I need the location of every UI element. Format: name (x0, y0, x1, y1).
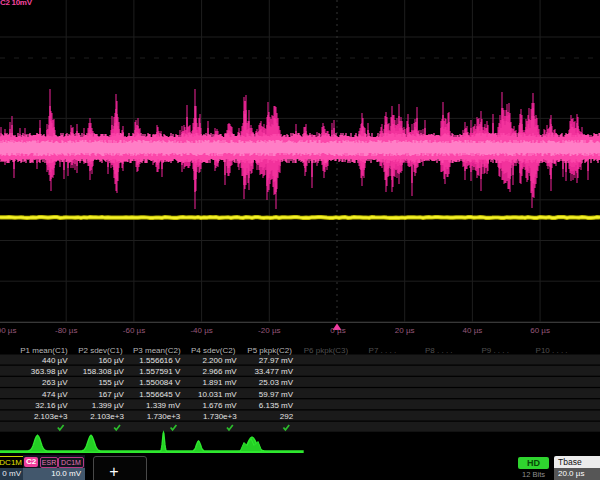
svg-text:160 µV: 160 µV (98, 356, 124, 365)
svg-text:6.135 mV: 6.135 mV (259, 401, 294, 410)
svg-text:158.308 µV: 158.308 µV (83, 367, 125, 376)
svg-text:P10 . . . .: P10 . . . . (536, 346, 568, 355)
svg-text:60 µs: 60 µs (530, 326, 550, 335)
svg-text:P6 pkpk(C3): P6 pkpk(C3) (304, 346, 349, 355)
svg-text:33.477 mV: 33.477 mV (254, 367, 293, 376)
svg-text:-20 µs: -20 µs (258, 326, 280, 335)
svg-text:1.399 µV: 1.399 µV (92, 401, 125, 410)
svg-text:1.676 mV: 1.676 mV (202, 401, 237, 410)
svg-text:167 µV: 167 µV (98, 390, 124, 399)
svg-text:1.339 mV: 1.339 mV (146, 401, 181, 410)
svg-text:2.200 mV: 2.200 mV (202, 356, 237, 365)
svg-text:363.98 µV: 363.98 µV (31, 367, 68, 376)
svg-text:P8 . . . .: P8 . . . . (425, 346, 453, 355)
svg-text:1.556645 V: 1.556645 V (139, 390, 181, 399)
svg-text:474 µV: 474 µV (42, 390, 68, 399)
svg-text:2.966 mV: 2.966 mV (202, 367, 237, 376)
svg-text:P7 . . . .: P7 . . . . (369, 346, 397, 355)
svg-text:440 µV: 440 µV (42, 356, 68, 365)
svg-text:292: 292 (280, 412, 294, 421)
svg-text:-100 µs: -100 µs (0, 326, 16, 335)
svg-text:1.730e+3: 1.730e+3 (203, 412, 237, 421)
svg-text:P5 pkpk(C2): P5 pkpk(C2) (247, 346, 292, 355)
svg-text:1.730e+3: 1.730e+3 (147, 412, 181, 421)
svg-text:P2 sdev(C1): P2 sdev(C1) (78, 346, 123, 355)
svg-text:1.891 mV: 1.891 mV (202, 378, 237, 387)
svg-text:1.556616 V: 1.556616 V (139, 356, 181, 365)
svg-text:20 µs: 20 µs (395, 326, 415, 335)
svg-text:P3 mean(C2): P3 mean(C2) (133, 346, 181, 355)
svg-text:-60 µs: -60 µs (123, 326, 145, 335)
svg-text:32.16 µV: 32.16 µV (35, 401, 68, 410)
svg-text:1.557591 V: 1.557591 V (139, 367, 181, 376)
svg-text:P1 mean(C1): P1 mean(C1) (20, 346, 68, 355)
svg-text:0 µs: 0 µs (330, 326, 345, 335)
svg-text:27.97 mV: 27.97 mV (259, 356, 294, 365)
svg-text:40 µs: 40 µs (463, 326, 483, 335)
svg-text:25.03 mV: 25.03 mV (259, 378, 294, 387)
svg-text:P4 sdev(C2): P4 sdev(C2) (191, 346, 236, 355)
svg-text:263 µV: 263 µV (42, 378, 68, 387)
svg-text:1.550084 V: 1.550084 V (139, 378, 181, 387)
svg-text:-40 µs: -40 µs (190, 326, 212, 335)
svg-text:10.031 mV: 10.031 mV (198, 390, 237, 399)
svg-text:2.103e+3: 2.103e+3 (34, 412, 68, 421)
svg-text:P9 . . . .: P9 . . . . (481, 346, 509, 355)
svg-text:155 µV: 155 µV (98, 378, 124, 387)
svg-text:-80 µs: -80 µs (55, 326, 77, 335)
svg-text:59.97 mV: 59.97 mV (259, 390, 294, 399)
svg-text:2.103e+3: 2.103e+3 (90, 412, 124, 421)
